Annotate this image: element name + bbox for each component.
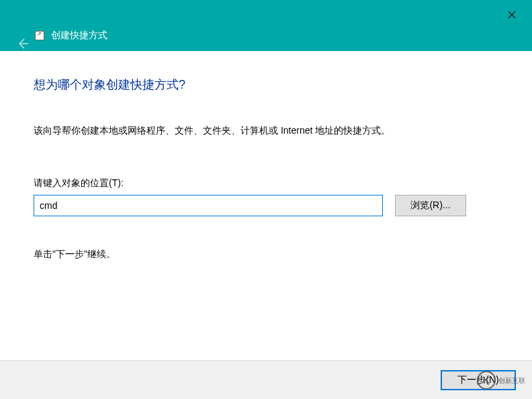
watermark-logo-icon: K xyxy=(477,371,496,390)
continue-text: 单击"下一步"继续。 xyxy=(34,249,498,261)
footer: 下一步(N) xyxy=(0,360,532,399)
titlebar: 创建快捷方式 xyxy=(0,0,532,51)
shortcut-icon xyxy=(35,31,44,40)
browse-button[interactable]: 浏览(R)... xyxy=(395,195,466,216)
input-row: 浏览(R)... xyxy=(34,195,498,216)
watermark-brand: 创新互联 xyxy=(498,377,525,384)
close-icon xyxy=(508,11,516,19)
location-label: 请键入对象的位置(T): xyxy=(34,177,498,189)
description-text: 该向导帮你创建本地或网络程序、文件、文件夹、计算机或 Internet 地址的快… xyxy=(34,125,498,137)
back-arrow-icon xyxy=(15,36,30,51)
watermark: K 创新互联 xyxy=(477,369,532,391)
content-area: 想为哪个对象创建快捷方式? 该向导帮你创建本地或网络程序、文件、文件夹、计算机或… xyxy=(0,51,532,261)
title-group: 创建快捷方式 xyxy=(35,30,107,42)
page-heading: 想为哪个对象创建快捷方式? xyxy=(34,77,498,93)
window-title: 创建快捷方式 xyxy=(51,30,107,42)
close-button[interactable] xyxy=(504,7,520,23)
location-input[interactable] xyxy=(34,195,383,216)
back-button[interactable] xyxy=(15,36,30,51)
